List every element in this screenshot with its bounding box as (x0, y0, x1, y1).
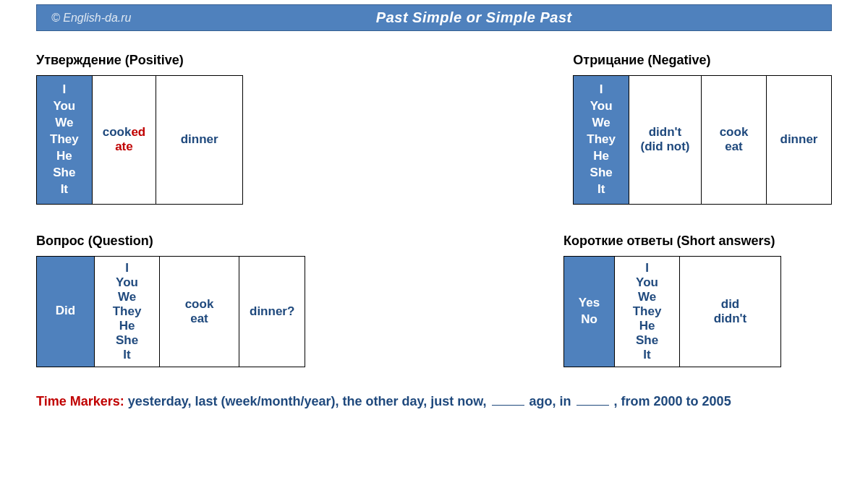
block-positive: Утверждение (Positive) I You We They He … (36, 53, 243, 205)
question-verb: cook eat (160, 256, 239, 367)
blank-2 (576, 393, 609, 406)
title-positive: Утверждение (Positive) (36, 53, 243, 68)
time-markers-part2: ago, in (526, 394, 575, 408)
header-bar: © English-da.ru Past Simple or Simple Pa… (36, 4, 832, 31)
positive-verb-irreg: ate (115, 140, 133, 153)
short-yesno: Yes No (564, 256, 615, 367)
positive-verb: cooked ate (92, 76, 156, 205)
title-question: Вопрос (Question) (36, 234, 305, 249)
title-negative: Отрицание (Negative) (573, 53, 832, 68)
time-markers-part3: , from 2000 to 2005 (610, 394, 731, 408)
table-positive: I You We They He She It cooked ate dinne… (36, 75, 243, 205)
time-markers-part1: yesterday, last (week/month/year), the o… (124, 394, 490, 408)
source-credit: © English-da.ru (51, 12, 132, 25)
block-short-answers: Короткие ответы (Short answers) Yes No I… (563, 234, 781, 367)
page-title: Past Simple or Simple Past (132, 9, 817, 26)
negative-aux: didn't (did not) (629, 76, 702, 205)
block-negative: Отрицание (Negative) I You We They He Sh… (573, 53, 832, 205)
short-pronouns: I You We They He She It (615, 256, 680, 367)
table-short-answers: Yes No I You We They He She It did didn'… (563, 256, 781, 367)
row-1: Утверждение (Positive) I You We They He … (36, 53, 832, 205)
blank-1 (492, 393, 524, 406)
positive-object: dinner (156, 76, 243, 205)
positive-pronouns: I You We They He She It (37, 76, 93, 205)
row-2: Вопрос (Question) Did I You We They He S… (36, 234, 832, 367)
question-pronouns: I You We They He She It (95, 256, 160, 367)
title-short-answers: Короткие ответы (Short answers) (563, 234, 781, 249)
negative-object: dinner (767, 76, 832, 205)
content-area: Утверждение (Positive) I You We They He … (0, 31, 868, 367)
negative-verb: cook eat (702, 76, 767, 205)
question-object: dinner? (239, 256, 305, 367)
question-aux: Did (37, 256, 95, 367)
short-answer: did didn't (680, 256, 781, 367)
time-markers-line: Time Markers: yesterday, last (week/mont… (0, 382, 868, 409)
table-negative: I You We They He She It didn't (did not)… (573, 75, 832, 205)
negative-pronouns: I You We They He She It (574, 76, 629, 205)
positive-verb-suffix: ed (131, 125, 145, 139)
time-markers-label: Time Markers: (36, 394, 124, 408)
block-question: Вопрос (Question) Did I You We They He S… (36, 234, 305, 367)
table-question: Did I You We They He She It cook eat din… (36, 256, 305, 367)
positive-verb-base: cook (103, 125, 132, 139)
